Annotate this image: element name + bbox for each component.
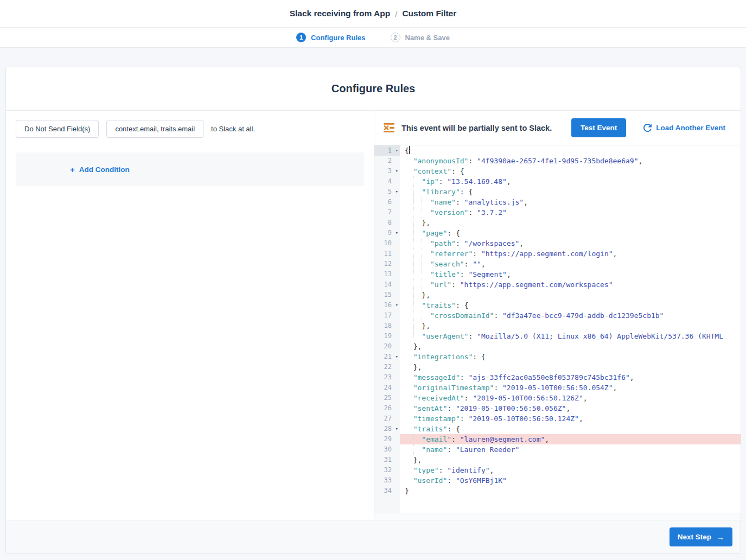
fold-toggle-icon[interactable]: ▾ bbox=[396, 228, 398, 238]
code-text: "name": "Lauren Reeder" bbox=[400, 444, 741, 455]
rule-suffix-text: to Slack at all. bbox=[211, 125, 255, 133]
code-line: 9▾ "page": { bbox=[374, 228, 741, 238]
rule-builder-pane: Do Not Send Field(s) context.email, trai… bbox=[6, 111, 374, 520]
load-another-event-button[interactable]: Load Another Event bbox=[643, 124, 725, 132]
code-line: 28▾ "traits": { bbox=[374, 424, 741, 434]
code-text: "search": "", bbox=[400, 259, 741, 269]
line-number: 30 bbox=[374, 444, 400, 455]
breadcrumb-separator: / bbox=[395, 9, 397, 18]
rule-action-button[interactable]: Do Not Send Field(s) bbox=[16, 120, 99, 138]
line-number: 27 bbox=[374, 413, 400, 424]
code-text: "name": "analytics.js", bbox=[400, 197, 741, 207]
code-line: 17 "crossDomainId": "df3a47ee-bcc9-479d-… bbox=[374, 310, 741, 321]
step-configure-rules[interactable]: 1 Configure Rules bbox=[296, 33, 365, 42]
test-event-button[interactable]: Test Event bbox=[571, 118, 626, 137]
indent-guide bbox=[413, 444, 414, 455]
code-text: "integrations": { bbox=[400, 352, 741, 362]
code-line: 22 }, bbox=[374, 362, 741, 372]
code-line: 5▾ "library": { bbox=[374, 187, 741, 197]
arrow-right-icon: → bbox=[716, 533, 724, 541]
line-number: 33 bbox=[374, 475, 400, 486]
indent-guide bbox=[413, 434, 414, 444]
code-text: "anonymousId": "4f9390ae-2657-4fe1-9d95-… bbox=[400, 156, 741, 166]
code-text: }, bbox=[400, 362, 741, 372]
load-another-event-label: Load Another Event bbox=[656, 124, 725, 132]
code-text: "referrer": "https://app.segment.com/log… bbox=[400, 249, 741, 259]
code-line: 14 "url": "https://app.segment.com/works… bbox=[374, 279, 741, 290]
fold-toggle-icon[interactable]: ▾ bbox=[396, 166, 398, 176]
line-number: 20 bbox=[374, 341, 400, 352]
step-name-save[interactable]: 2 Name & Save bbox=[391, 33, 450, 42]
breadcrumb-current: Custom Filter bbox=[402, 9, 456, 18]
line-number: 10 bbox=[374, 238, 400, 249]
code-text: "crossDomainId": "df3a47ee-bcc9-479d-add… bbox=[400, 310, 741, 321]
line-number: 21▾ bbox=[374, 352, 400, 362]
code-text: "version": "3.7.2" bbox=[400, 207, 741, 218]
step-1-label: Configure Rules bbox=[311, 34, 365, 42]
line-number: 11 bbox=[374, 249, 400, 259]
code-line: 12 "search": "", bbox=[374, 259, 741, 269]
code-line: 30 "name": "Lauren Reeder" bbox=[374, 444, 741, 455]
indent-guide bbox=[413, 300, 414, 310]
code-line: 34} bbox=[374, 486, 741, 496]
configure-rules-card: Configure Rules Do Not Send Field(s) con… bbox=[5, 67, 741, 554]
code-line: 18 }, bbox=[374, 321, 741, 331]
code-text: } bbox=[400, 486, 741, 496]
fold-toggle-icon[interactable]: ▾ bbox=[396, 145, 398, 156]
next-step-button[interactable]: Next Step → bbox=[670, 527, 732, 546]
indent-guide bbox=[413, 176, 414, 187]
step-2-label: Name & Save bbox=[405, 34, 450, 42]
line-number: 2 bbox=[374, 156, 400, 166]
line-number: 12 bbox=[374, 259, 400, 269]
line-number: 31 bbox=[374, 455, 400, 465]
fold-toggle-icon[interactable]: ▾ bbox=[396, 300, 398, 310]
code-line: 19 "userAgent": "Mozilla/5.0 (X11; Linux… bbox=[374, 331, 741, 341]
line-number: 15 bbox=[374, 290, 400, 300]
code-text: "receivedAt": "2019-05-10T00:56:50.126Z"… bbox=[400, 393, 741, 403]
fold-toggle-icon[interactable]: ▾ bbox=[396, 187, 398, 197]
breadcrumb-source[interactable]: Slack receiving from App bbox=[290, 9, 391, 18]
code-text: }, bbox=[400, 218, 741, 228]
code-line: 21▾ "integrations": { bbox=[374, 352, 741, 362]
indent-guide bbox=[422, 310, 422, 321]
code-text: "title": "Segment", bbox=[400, 269, 741, 279]
line-number: 3▾ bbox=[374, 166, 400, 176]
code-line: 11 "referrer": "https://app.segment.com/… bbox=[374, 249, 741, 259]
refresh-icon bbox=[643, 124, 652, 132]
line-number: 14 bbox=[374, 279, 400, 290]
code-text: "traits": { bbox=[400, 300, 741, 310]
next-step-label: Next Step bbox=[678, 533, 711, 541]
indent-guide bbox=[413, 249, 414, 259]
line-number: 34 bbox=[374, 486, 400, 496]
code-line: 7 "version": "3.7.2" bbox=[374, 207, 741, 218]
indent-guide bbox=[413, 197, 414, 207]
code-line: 31 }, bbox=[374, 455, 741, 465]
code-line: 4 "ip": "13.54.169.48", bbox=[374, 176, 741, 187]
editor-horizontal-scrollbar[interactable] bbox=[374, 513, 741, 520]
indent-guide bbox=[422, 238, 422, 249]
line-number: 23 bbox=[374, 372, 400, 383]
code-line: 29 "email": "lauren@segment.com", bbox=[374, 434, 741, 444]
indent-guide bbox=[413, 187, 414, 197]
card-body: Do Not Send Field(s) context.email, trai… bbox=[6, 111, 741, 520]
code-text: "type": "identify", bbox=[400, 465, 741, 475]
partial-send-icon bbox=[384, 123, 395, 132]
fold-toggle-icon[interactable]: ▾ bbox=[396, 424, 398, 434]
code-text: "email": "lauren@segment.com", bbox=[400, 434, 741, 444]
code-line: 15 }, bbox=[374, 290, 741, 300]
code-text: "userAgent": "Mozilla/5.0 (X11; Linux x8… bbox=[400, 331, 741, 341]
line-number: 16▾ bbox=[374, 300, 400, 310]
code-line: 13 "title": "Segment", bbox=[374, 269, 741, 279]
code-text: "timestamp": "2019-05-10T00:56:50.124Z", bbox=[400, 413, 741, 424]
code-line: 16▾ "traits": { bbox=[374, 300, 741, 310]
line-number: 18 bbox=[374, 321, 400, 331]
code-line: 2 "anonymousId": "4f9390ae-2657-4fe1-9d9… bbox=[374, 156, 741, 166]
json-editor[interactable]: 1▾{2 "anonymousId": "4f9390ae-2657-4fe1-… bbox=[374, 145, 741, 513]
code-text: }, bbox=[400, 290, 741, 300]
indent-guide bbox=[422, 197, 422, 207]
rule-fields-button[interactable]: context.email, traits.email bbox=[106, 120, 203, 138]
add-condition-button[interactable]: + Add Condition bbox=[70, 166, 130, 174]
fold-toggle-icon[interactable]: ▾ bbox=[396, 352, 398, 362]
line-number: 6 bbox=[374, 197, 400, 207]
code-text: "context": { bbox=[400, 166, 741, 176]
